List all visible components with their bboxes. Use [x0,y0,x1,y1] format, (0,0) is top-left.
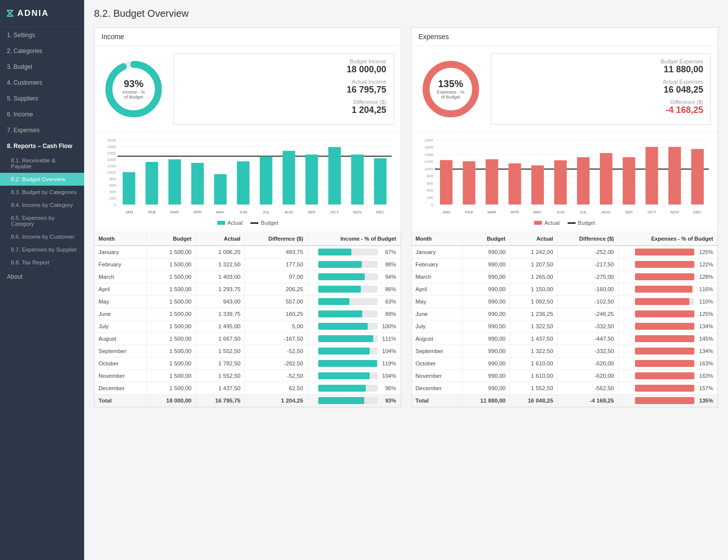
svg-text:DEC: DEC [693,210,701,214]
cell-actual: 1 242,00 [510,246,557,258]
sidebar-item-categories[interactable]: 2. Categories [0,43,84,59]
expenses-donut-label: Expenses - %of Budget [437,89,465,100]
svg-text:MAY: MAY [216,210,225,214]
svg-text:JUL: JUL [580,210,587,214]
sidebar-item-suppliers[interactable]: 5. Suppliers [0,91,84,106]
cell-actual: 1 552,50 [196,345,245,357]
sidebar-item-inc-cust[interactable]: 8.6. Income by Customer [0,230,84,243]
expenses-legend-budget-label: Budget [578,220,595,226]
expenses-th-diff: Difference ($) [557,232,618,246]
cell-diff: -447,50 [557,333,618,345]
svg-text:400: 400 [109,190,116,194]
cell-budget: 990,00 [462,283,510,296]
income-diff-label: Difference ($) [181,99,387,105]
logo-icon: ⧖ [6,7,13,20]
cell-budget: 1 500,00 [147,357,196,370]
sidebar-item-about[interactable]: About [0,269,84,285]
cell-month: September [412,345,463,357]
table-row: August 990,00 1 437,50 -447,50 145% [412,333,718,345]
income-diff-value: 1 204,25 [181,105,387,115]
svg-text:1600: 1600 [424,146,434,150]
cell-total-month: Total [95,395,147,407]
table-row: March 1 500,00 1 403,00 97,00 94% [95,271,400,283]
sidebar-item-settings[interactable]: 1. Settings [0,27,84,43]
cell-pct: 163% [618,357,717,370]
table-row: May 1 500,00 943,00 557,00 63% [95,296,400,308]
svg-text:600: 600 [426,181,433,186]
sidebar-item-budget[interactable]: 3. Budget [0,59,84,75]
cell-pct: 125% [618,308,717,320]
cell-total-pct: 135% [618,395,717,407]
svg-text:1200: 1200 [424,159,434,164]
sidebar-item-reports[interactable]: 8. Reports – Cash Flow [0,138,84,154]
sidebar-item-tax[interactable]: 8.8. Tax Report [0,256,84,269]
expenses-panel-title: Expenses [412,28,718,46]
expenses-th-actual: Actual [510,232,557,246]
sidebar-item-customers[interactable]: 4. Customers [0,75,84,91]
table-row: April 990,00 1 150,00 -160,00 116% [412,283,718,296]
sidebar-item-income[interactable]: 6. Income [0,106,84,122]
cell-pct: 157% [618,382,717,395]
cell-budget: 1 500,00 [147,345,196,357]
table-row: February 1 500,00 1 322,50 177,50 88% [95,258,400,271]
sidebar: ⧖ADNIA1. Settings2. Categories3. Budget4… [0,0,84,560]
cell-budget: 990,00 [462,296,510,308]
svg-text:1000: 1000 [107,170,116,175]
sidebar-item-exp-sup[interactable]: 8.7. Expenses by Supplier [0,243,84,256]
sidebar-item-inc-cat[interactable]: 8.4. Income by Category [0,199,84,211]
income-th-month: Month [95,232,147,246]
expenses-legend: Actual Budget [419,218,711,229]
cell-month: April [95,283,147,296]
sidebar-item-rec-pay[interactable]: 8.1. Receivable & Payable [0,154,84,173]
svg-text:MAY: MAY [533,210,542,214]
cell-diff: -332,50 [557,320,618,333]
svg-text:1000: 1000 [424,167,434,171]
svg-text:MAR: MAR [170,210,179,214]
svg-rect-78 [508,163,521,204]
income-actual-color [217,221,225,225]
svg-rect-74 [463,161,475,204]
cell-diff: -282,50 [244,357,307,370]
cell-actual: 1 322,50 [510,320,557,333]
income-th-pct: Income - % of Budget [307,232,400,246]
svg-text:800: 800 [109,177,116,181]
income-table-header-row: Month Budget Actual Difference ($) Incom… [95,232,400,246]
cell-budget: 1 500,00 [147,320,196,333]
cell-budget: 1 500,00 [147,296,196,308]
sidebar-item-exp-cat[interactable]: 8.5. Expenses by Category [0,211,84,230]
cell-actual: 1 092,50 [510,296,557,308]
cell-actual: 1 339,75 [196,308,245,320]
sidebar-label-income: 6. Income [7,111,33,118]
cell-total-diff: 1 204,25 [244,395,307,407]
svg-text:FEB: FEB [465,210,473,214]
income-th-diff: Difference ($) [244,232,307,246]
cell-budget: 990,00 [462,333,510,345]
svg-rect-90 [645,147,658,204]
svg-rect-33 [214,174,227,204]
svg-text:200: 200 [109,196,116,201]
sidebar-item-budget-overview[interactable]: 8.2. Budget Overview [0,173,84,186]
table-row: September 990,00 1 322,50 -332,50 134% [412,345,718,357]
table-row: November 1 500,00 1 552,50 -52,50 104% [95,370,400,382]
svg-rect-92 [668,147,680,204]
expenses-table-wrapper: Month Budget Actual Difference ($) Expen… [412,232,718,407]
cell-month: April [412,283,463,296]
svg-text:JAN: JAN [442,210,450,214]
svg-text:NOV: NOV [670,210,679,214]
income-donut-center: 93% Income - %of Budget [122,78,145,100]
cell-pct: 145% [618,333,717,345]
svg-rect-25 [123,172,135,204]
svg-text:1800: 1800 [107,145,116,149]
income-table: Month Budget Actual Difference ($) Incom… [95,232,401,407]
income-legend-actual: Actual [217,220,243,226]
cell-month: October [412,357,463,370]
sidebar-label-budget-cat: 8.3. Budget by Categories [11,189,77,195]
svg-text:OCT: OCT [330,210,339,214]
cell-diff: 5,00 [244,320,307,333]
sidebar-label-inc-cat: 8.4. Income by Category [11,202,73,208]
income-stats: Budget Income 18 000,00 Actual Income 16… [174,53,394,125]
sidebar-item-expenses[interactable]: 7. Expenses [0,122,84,138]
sidebar-item-budget-cat[interactable]: 8.3. Budget by Categories [0,186,84,199]
expenses-th-pct: Expenses - % of Budget [618,232,717,246]
table-row: June 990,00 1 236,25 -246,25 125% [412,308,718,320]
